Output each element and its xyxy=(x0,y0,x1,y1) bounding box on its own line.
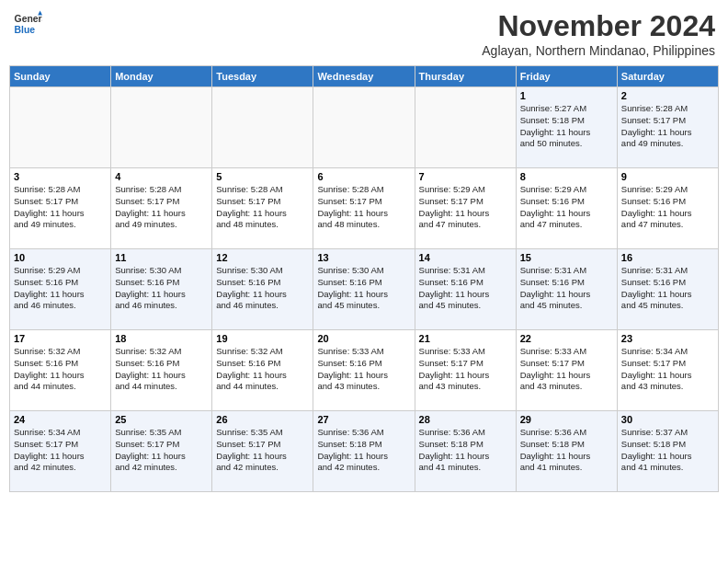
day-number: 18 xyxy=(115,333,208,344)
day-info: Sunrise: 5:31 AM Sunset: 5:16 PM Dayligh… xyxy=(520,265,613,312)
day-number: 4 xyxy=(115,171,208,182)
day-of-week-header: Monday xyxy=(111,66,212,87)
calendar-table: SundayMondayTuesdayWednesdayThursdayFrid… xyxy=(9,65,719,492)
calendar-cell: 20Sunrise: 5:33 AM Sunset: 5:16 PM Dayli… xyxy=(313,330,415,411)
day-info: Sunrise: 5:29 AM Sunset: 5:16 PM Dayligh… xyxy=(621,184,714,231)
day-info: Sunrise: 5:31 AM Sunset: 5:16 PM Dayligh… xyxy=(621,265,714,312)
svg-text:General: General xyxy=(15,14,42,24)
calendar-cell xyxy=(111,87,212,168)
day-number: 26 xyxy=(216,414,309,425)
day-info: Sunrise: 5:35 AM Sunset: 5:17 PM Dayligh… xyxy=(115,427,208,474)
day-info: Sunrise: 5:32 AM Sunset: 5:16 PM Dayligh… xyxy=(14,346,107,393)
day-number: 16 xyxy=(621,252,714,263)
page-header: General Blue November 2024 Aglayan, Nort… xyxy=(9,9,719,58)
calendar-cell: 16Sunrise: 5:31 AM Sunset: 5:16 PM Dayli… xyxy=(617,249,718,330)
day-number: 27 xyxy=(317,414,410,425)
calendar-cell: 7Sunrise: 5:29 AM Sunset: 5:17 PM Daylig… xyxy=(415,168,516,249)
calendar-cell: 14Sunrise: 5:31 AM Sunset: 5:16 PM Dayli… xyxy=(415,249,516,330)
calendar-cell: 6Sunrise: 5:28 AM Sunset: 5:17 PM Daylig… xyxy=(313,168,415,249)
day-number: 23 xyxy=(621,333,714,344)
calendar-cell: 18Sunrise: 5:32 AM Sunset: 5:16 PM Dayli… xyxy=(111,330,212,411)
title-block: November 2024 Aglayan, Northern Mindanao… xyxy=(482,9,715,58)
day-info: Sunrise: 5:29 AM Sunset: 5:16 PM Dayligh… xyxy=(14,265,107,312)
day-number: 2 xyxy=(621,90,714,101)
day-info: Sunrise: 5:35 AM Sunset: 5:17 PM Dayligh… xyxy=(216,427,309,474)
calendar-cell: 4Sunrise: 5:28 AM Sunset: 5:17 PM Daylig… xyxy=(111,168,212,249)
day-number: 22 xyxy=(520,333,613,344)
calendar-cell: 21Sunrise: 5:33 AM Sunset: 5:17 PM Dayli… xyxy=(415,330,516,411)
calendar-cell: 30Sunrise: 5:37 AM Sunset: 5:18 PM Dayli… xyxy=(617,411,718,492)
calendar-cell: 3Sunrise: 5:28 AM Sunset: 5:17 PM Daylig… xyxy=(10,168,111,249)
day-number: 11 xyxy=(115,252,208,263)
calendar-cell: 10Sunrise: 5:29 AM Sunset: 5:16 PM Dayli… xyxy=(10,249,111,330)
day-of-week-header: Thursday xyxy=(415,66,516,87)
day-number: 10 xyxy=(14,252,107,263)
day-info: Sunrise: 5:33 AM Sunset: 5:16 PM Dayligh… xyxy=(317,346,410,393)
day-number: 12 xyxy=(216,252,309,263)
calendar-cell: 28Sunrise: 5:36 AM Sunset: 5:18 PM Dayli… xyxy=(415,411,516,492)
calendar-cell: 9Sunrise: 5:29 AM Sunset: 5:16 PM Daylig… xyxy=(617,168,718,249)
day-number: 14 xyxy=(419,252,512,263)
calendar-cell: 22Sunrise: 5:33 AM Sunset: 5:17 PM Dayli… xyxy=(516,330,617,411)
day-number: 17 xyxy=(14,333,107,344)
day-of-week-header: Tuesday xyxy=(212,66,313,87)
day-info: Sunrise: 5:36 AM Sunset: 5:18 PM Dayligh… xyxy=(317,427,410,474)
day-number: 6 xyxy=(317,171,410,182)
day-info: Sunrise: 5:32 AM Sunset: 5:16 PM Dayligh… xyxy=(115,346,208,393)
day-info: Sunrise: 5:36 AM Sunset: 5:18 PM Dayligh… xyxy=(520,427,613,474)
day-info: Sunrise: 5:29 AM Sunset: 5:17 PM Dayligh… xyxy=(419,184,512,231)
day-number: 15 xyxy=(520,252,613,263)
day-info: Sunrise: 5:28 AM Sunset: 5:17 PM Dayligh… xyxy=(621,103,714,150)
location: Aglayan, Northern Mindanao, Philippines xyxy=(482,43,715,58)
svg-marker-2 xyxy=(38,11,42,16)
day-info: Sunrise: 5:30 AM Sunset: 5:16 PM Dayligh… xyxy=(317,265,410,312)
calendar-cell: 29Sunrise: 5:36 AM Sunset: 5:18 PM Dayli… xyxy=(516,411,617,492)
calendar-cell: 25Sunrise: 5:35 AM Sunset: 5:17 PM Dayli… xyxy=(111,411,212,492)
day-number: 7 xyxy=(419,171,512,182)
day-number: 1 xyxy=(520,90,613,101)
day-info: Sunrise: 5:34 AM Sunset: 5:17 PM Dayligh… xyxy=(14,427,107,474)
day-of-week-header: Saturday xyxy=(617,66,718,87)
day-of-week-header: Friday xyxy=(516,66,617,87)
day-number: 19 xyxy=(216,333,309,344)
day-info: Sunrise: 5:33 AM Sunset: 5:17 PM Dayligh… xyxy=(520,346,613,393)
month-title: November 2024 xyxy=(482,9,715,43)
day-number: 30 xyxy=(621,414,714,425)
day-number: 21 xyxy=(419,333,512,344)
calendar-cell xyxy=(313,87,415,168)
day-info: Sunrise: 5:27 AM Sunset: 5:18 PM Dayligh… xyxy=(520,103,613,150)
calendar-cell: 1Sunrise: 5:27 AM Sunset: 5:18 PM Daylig… xyxy=(516,87,617,168)
day-number: 28 xyxy=(419,414,512,425)
calendar-cell: 27Sunrise: 5:36 AM Sunset: 5:18 PM Dayli… xyxy=(313,411,415,492)
calendar-cell: 12Sunrise: 5:30 AM Sunset: 5:16 PM Dayli… xyxy=(212,249,313,330)
day-info: Sunrise: 5:31 AM Sunset: 5:16 PM Dayligh… xyxy=(419,265,512,312)
calendar-header: SundayMondayTuesdayWednesdayThursdayFrid… xyxy=(10,66,719,87)
day-info: Sunrise: 5:32 AM Sunset: 5:16 PM Dayligh… xyxy=(216,346,309,393)
calendar-cell: 19Sunrise: 5:32 AM Sunset: 5:16 PM Dayli… xyxy=(212,330,313,411)
day-number: 13 xyxy=(317,252,410,263)
day-info: Sunrise: 5:37 AM Sunset: 5:18 PM Dayligh… xyxy=(621,427,714,474)
day-info: Sunrise: 5:28 AM Sunset: 5:17 PM Dayligh… xyxy=(115,184,208,231)
day-info: Sunrise: 5:30 AM Sunset: 5:16 PM Dayligh… xyxy=(115,265,208,312)
day-number: 20 xyxy=(317,333,410,344)
day-number: 5 xyxy=(216,171,309,182)
day-info: Sunrise: 5:28 AM Sunset: 5:17 PM Dayligh… xyxy=(317,184,410,231)
calendar-cell xyxy=(415,87,516,168)
calendar-cell: 5Sunrise: 5:28 AM Sunset: 5:17 PM Daylig… xyxy=(212,168,313,249)
calendar-cell: 13Sunrise: 5:30 AM Sunset: 5:16 PM Dayli… xyxy=(313,249,415,330)
day-number: 9 xyxy=(621,171,714,182)
day-of-week-header: Sunday xyxy=(10,66,111,87)
day-info: Sunrise: 5:28 AM Sunset: 5:17 PM Dayligh… xyxy=(14,184,107,231)
day-number: 8 xyxy=(520,171,613,182)
day-info: Sunrise: 5:28 AM Sunset: 5:17 PM Dayligh… xyxy=(216,184,309,231)
day-info: Sunrise: 5:29 AM Sunset: 5:16 PM Dayligh… xyxy=(520,184,613,231)
calendar-cell: 23Sunrise: 5:34 AM Sunset: 5:17 PM Dayli… xyxy=(617,330,718,411)
calendar-cell: 17Sunrise: 5:32 AM Sunset: 5:16 PM Dayli… xyxy=(10,330,111,411)
calendar-cell xyxy=(212,87,313,168)
day-info: Sunrise: 5:34 AM Sunset: 5:17 PM Dayligh… xyxy=(621,346,714,393)
calendar-cell: 11Sunrise: 5:30 AM Sunset: 5:16 PM Dayli… xyxy=(111,249,212,330)
day-info: Sunrise: 5:30 AM Sunset: 5:16 PM Dayligh… xyxy=(216,265,309,312)
logo-icon: General Blue xyxy=(13,9,42,39)
day-number: 24 xyxy=(14,414,107,425)
calendar-cell: 2Sunrise: 5:28 AM Sunset: 5:17 PM Daylig… xyxy=(617,87,718,168)
